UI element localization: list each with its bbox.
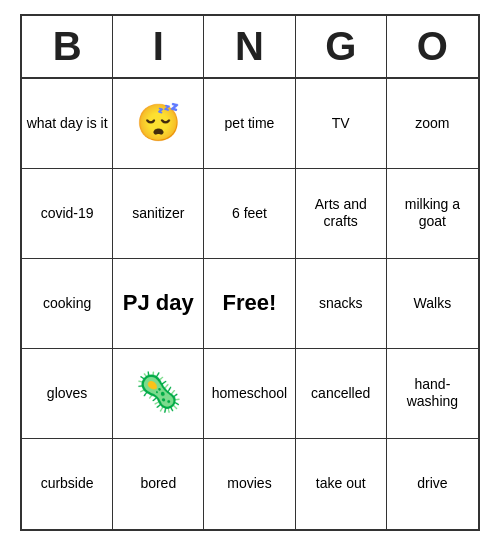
pj-day-label: PJ day — [123, 291, 194, 315]
bingo-cell-7: 6 feet — [204, 169, 295, 259]
cell-text: take out — [316, 475, 366, 492]
bingo-cell-18: cancelled — [296, 349, 387, 439]
header-letter-n: N — [204, 16, 295, 77]
bingo-cell-24: drive — [387, 439, 478, 529]
cell-text: TV — [332, 115, 350, 132]
bingo-cell-17: homeschool — [204, 349, 295, 439]
bingo-cell-5: covid-19 — [22, 169, 113, 259]
header-letter-b: B — [22, 16, 113, 77]
cell-text: homeschool — [212, 385, 288, 402]
bingo-header: BINGO — [22, 16, 478, 79]
bingo-cell-8: Arts and crafts — [296, 169, 387, 259]
cell-text: zoom — [415, 115, 449, 132]
cell-text: sanitizer — [132, 205, 184, 222]
bingo-cell-10: cooking — [22, 259, 113, 349]
cell-text: hand-washing — [391, 376, 474, 410]
bingo-cell-19: hand-washing — [387, 349, 478, 439]
cell-text: cooking — [43, 295, 91, 312]
bingo-cell-0: what day is it — [22, 79, 113, 169]
cell-text: snacks — [319, 295, 363, 312]
cell-text: milking a goat — [391, 196, 474, 230]
bingo-cell-14: Walks — [387, 259, 478, 349]
sleeping-face: 😴 — [136, 105, 181, 141]
bingo-cell-4: zoom — [387, 79, 478, 169]
bingo-cell-15: gloves — [22, 349, 113, 439]
cell-text: 6 feet — [232, 205, 267, 222]
cell-text: Arts and crafts — [300, 196, 382, 230]
cell-text: what day is it — [27, 115, 108, 132]
cell-text: bored — [140, 475, 176, 492]
bingo-cell-22: movies — [204, 439, 295, 529]
bingo-cell-16: 🦠 — [113, 349, 204, 439]
cell-text: pet time — [225, 115, 275, 132]
cell-text: covid-19 — [41, 205, 94, 222]
bingo-cell-2: pet time — [204, 79, 295, 169]
cell-text: curbside — [41, 475, 94, 492]
bingo-cell-12: Free! — [204, 259, 295, 349]
header-letter-g: G — [296, 16, 387, 77]
bingo-card: BINGO what day is it😴pet timeTVzoomcovid… — [20, 14, 480, 531]
bingo-cell-23: take out — [296, 439, 387, 529]
free-space-label: Free! — [223, 290, 277, 316]
cell-text: cancelled — [311, 385, 370, 402]
cell-text: gloves — [47, 385, 87, 402]
bingo-cell-3: TV — [296, 79, 387, 169]
bingo-cell-1: 😴 — [113, 79, 204, 169]
bingo-cell-6: sanitizer — [113, 169, 204, 259]
bingo-cell-21: bored — [113, 439, 204, 529]
bingo-cell-9: milking a goat — [387, 169, 478, 259]
cell-text: Walks — [414, 295, 452, 312]
bingo-grid: what day is it😴pet timeTVzoomcovid-19san… — [22, 79, 478, 529]
bingo-cell-11: PJ day — [113, 259, 204, 349]
virus-emoji: 🦠 — [135, 370, 182, 416]
bingo-cell-13: snacks — [296, 259, 387, 349]
header-letter-o: O — [387, 16, 478, 77]
cell-text: drive — [417, 475, 447, 492]
header-letter-i: I — [113, 16, 204, 77]
bingo-cell-20: curbside — [22, 439, 113, 529]
cell-text: movies — [227, 475, 271, 492]
